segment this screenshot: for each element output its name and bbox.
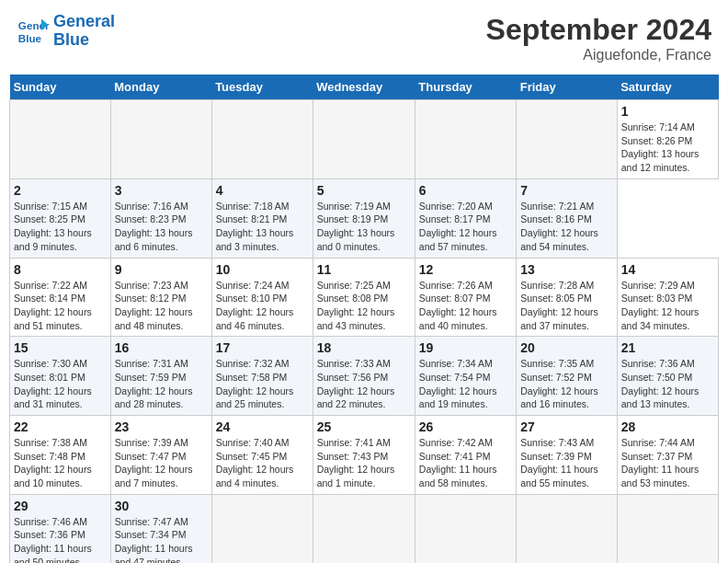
calendar-cell: 23Sunrise: 7:39 AMSunset: 7:47 PMDayligh… [110,416,211,495]
weekday-header-friday: Friday [517,75,617,100]
weekday-header-sunday: Sunday [10,75,111,100]
calendar-cell: 22Sunrise: 7:38 AMSunset: 7:48 PMDayligh… [10,416,111,495]
weekday-header-tuesday: Tuesday [211,75,313,100]
calendar-cell: 17Sunrise: 7:32 AMSunset: 7:58 PMDayligh… [211,337,313,416]
day-number: 4 [216,183,309,198]
calendar-cell: 14Sunrise: 7:29 AMSunset: 8:03 PMDayligh… [617,258,718,337]
week-row-2: 2Sunrise: 7:15 AMSunset: 8:25 PMDaylight… [10,178,719,258]
day-info: Sunrise: 7:36 AMSunset: 7:50 PMDaylight:… [621,357,714,411]
weekday-header-wednesday: Wednesday [313,75,415,100]
day-number: 25 [317,419,411,434]
calendar-cell [415,494,516,563]
day-info: Sunrise: 7:42 AMSunset: 7:41 PMDaylight:… [419,436,512,490]
week-row-3: 8Sunrise: 7:22 AMSunset: 8:14 PMDaylight… [10,258,719,337]
weekday-header-thursday: Thursday [415,75,516,100]
day-info: Sunrise: 7:21 AMSunset: 8:16 PMDaylight:… [520,200,612,254]
calendar-cell: 24Sunrise: 7:40 AMSunset: 7:45 PMDayligh… [211,416,313,495]
calendar-cell: 30Sunrise: 7:47 AMSunset: 7:34 PMDayligh… [110,494,211,563]
day-info: Sunrise: 7:23 AMSunset: 8:12 PMDaylight:… [115,279,208,333]
calendar-cell [415,100,516,179]
day-number: 18 [317,340,411,355]
week-row-5: 22Sunrise: 7:38 AMSunset: 7:48 PMDayligh… [10,416,719,495]
title-block: September 2024 Aiguefonde, France [486,13,711,63]
logo: General Blue General Blue [17,13,115,50]
day-number: 7 [520,183,612,198]
day-number: 2 [14,183,107,198]
calendar-cell [313,494,415,563]
calendar-cell: 3Sunrise: 7:16 AMSunset: 8:23 PMDaylight… [110,178,211,258]
day-number: 26 [419,419,512,434]
calendar-cell: 19Sunrise: 7:34 AMSunset: 7:54 PMDayligh… [415,337,516,416]
day-number: 14 [621,262,714,277]
day-number: 15 [14,340,107,355]
day-info: Sunrise: 7:31 AMSunset: 7:59 PMDaylight:… [115,357,208,411]
calendar-cell: 10Sunrise: 7:24 AMSunset: 8:10 PMDayligh… [211,258,313,337]
logo-icon: General Blue [17,15,50,48]
calendar-cell: 13Sunrise: 7:28 AMSunset: 8:05 PMDayligh… [517,258,617,337]
day-info: Sunrise: 7:19 AMSunset: 8:19 PMDaylight:… [317,200,411,254]
day-info: Sunrise: 7:16 AMSunset: 8:23 PMDaylight:… [115,200,208,254]
day-info: Sunrise: 7:15 AMSunset: 8:25 PMDaylight:… [14,200,107,254]
weekday-header-row: SundayMondayTuesdayWednesdayThursdayFrid… [10,75,719,100]
day-number: 1 [621,104,714,119]
day-number: 16 [115,340,208,355]
logo-line2: Blue [53,30,89,49]
calendar-cell: 2Sunrise: 7:15 AMSunset: 8:25 PMDaylight… [10,178,111,258]
day-info: Sunrise: 7:24 AMSunset: 8:10 PMDaylight:… [216,279,309,333]
day-number: 30 [115,499,208,513]
day-number: 22 [14,419,107,434]
calendar-cell: 1Sunrise: 7:14 AMSunset: 8:26 PMDaylight… [617,100,718,179]
logo-line1: General [53,12,115,30]
calendar-cell: 29Sunrise: 7:46 AMSunset: 7:36 PMDayligh… [10,494,111,563]
calendar-cell: 15Sunrise: 7:30 AMSunset: 8:01 PMDayligh… [10,337,111,416]
day-info: Sunrise: 7:14 AMSunset: 8:26 PMDaylight:… [621,121,714,175]
day-info: Sunrise: 7:38 AMSunset: 7:48 PMDaylight:… [14,436,107,490]
day-info: Sunrise: 7:25 AMSunset: 8:08 PMDaylight:… [317,279,411,333]
day-number: 12 [419,262,512,277]
logo-text: General Blue [53,13,115,50]
day-info: Sunrise: 7:35 AMSunset: 7:52 PMDaylight:… [520,357,612,411]
location-title: Aiguefonde, France [486,47,711,63]
calendar-cell: 27Sunrise: 7:43 AMSunset: 7:39 PMDayligh… [517,416,617,495]
calendar-cell: 4Sunrise: 7:18 AMSunset: 8:21 PMDaylight… [211,178,313,258]
calendar-cell [211,494,313,563]
day-info: Sunrise: 7:26 AMSunset: 8:07 PMDaylight:… [419,279,512,333]
day-info: Sunrise: 7:40 AMSunset: 7:45 PMDaylight:… [216,436,309,490]
day-info: Sunrise: 7:33 AMSunset: 7:56 PMDaylight:… [317,357,411,411]
calendar-cell: 18Sunrise: 7:33 AMSunset: 7:56 PMDayligh… [313,337,415,416]
day-info: Sunrise: 7:34 AMSunset: 7:54 PMDaylight:… [419,357,512,411]
day-number: 27 [520,419,612,434]
calendar-cell [617,494,718,563]
day-number: 28 [621,419,714,434]
weekday-header-saturday: Saturday [617,75,718,100]
day-info: Sunrise: 7:46 AMSunset: 7:36 PMDaylight:… [14,515,107,563]
day-number: 21 [621,340,714,355]
calendar-cell: 21Sunrise: 7:36 AMSunset: 7:50 PMDayligh… [617,337,718,416]
day-number: 29 [14,499,107,513]
calendar-cell [517,100,617,179]
calendar-cell: 16Sunrise: 7:31 AMSunset: 7:59 PMDayligh… [110,337,211,416]
calendar-cell [211,100,313,179]
day-info: Sunrise: 7:39 AMSunset: 7:47 PMDaylight:… [115,436,208,490]
day-number: 9 [115,262,208,277]
day-number: 19 [419,340,512,355]
day-number: 17 [216,340,309,355]
calendar-cell [517,494,617,563]
month-title: September 2024 [486,13,711,47]
calendar-cell: 9Sunrise: 7:23 AMSunset: 8:12 PMDaylight… [110,258,211,337]
calendar-cell [10,100,111,179]
day-info: Sunrise: 7:44 AMSunset: 7:37 PMDaylight:… [621,436,714,490]
svg-text:Blue: Blue [18,31,42,43]
calendar-cell: 7Sunrise: 7:21 AMSunset: 8:16 PMDaylight… [517,178,617,258]
day-number: 20 [520,340,612,355]
day-info: Sunrise: 7:47 AMSunset: 7:34 PMDaylight:… [115,515,208,563]
calendar-cell: 26Sunrise: 7:42 AMSunset: 7:41 PMDayligh… [415,416,516,495]
day-number: 13 [520,262,612,277]
day-number: 23 [115,419,208,434]
day-number: 11 [317,262,411,277]
calendar-table: SundayMondayTuesdayWednesdayThursdayFrid… [9,75,719,563]
day-info: Sunrise: 7:29 AMSunset: 8:03 PMDaylight:… [621,279,714,333]
day-info: Sunrise: 7:41 AMSunset: 7:43 PMDaylight:… [317,436,411,490]
day-info: Sunrise: 7:43 AMSunset: 7:39 PMDaylight:… [520,436,612,490]
day-info: Sunrise: 7:20 AMSunset: 8:17 PMDaylight:… [419,200,512,254]
